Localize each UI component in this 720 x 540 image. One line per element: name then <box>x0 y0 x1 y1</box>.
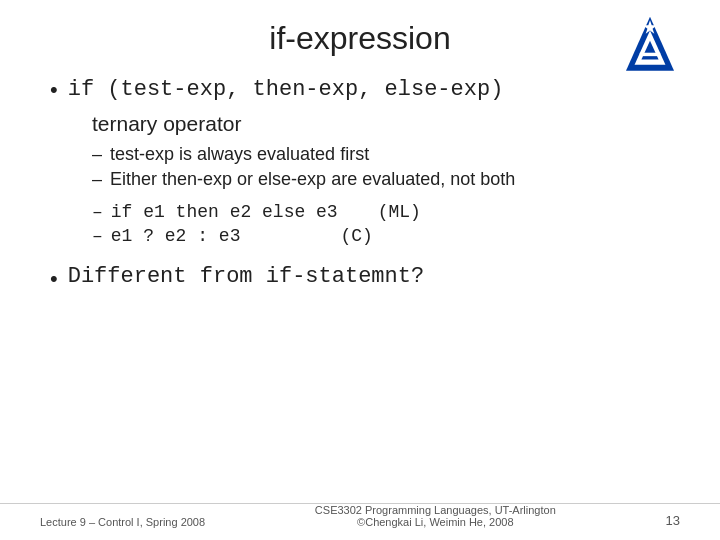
logo <box>620 15 680 75</box>
slide-title: if-expression <box>269 20 450 57</box>
footer: Lecture 9 – Control I, Spring 2008 CSE33… <box>0 503 720 528</box>
bullet1: • if (test-exp, then-exp, else-exp) <box>50 75 680 106</box>
bullet1-code-text: if (test-exp, then-exp, else-exp) <box>68 77 504 102</box>
sub-bullet-1: – test-exp is always evaluated first <box>92 144 680 165</box>
footer-left: Lecture 9 – Control I, Spring 2008 <box>40 516 205 528</box>
code-e1-text: e1 ? e2 : e3 <box>111 226 241 246</box>
footer-copyright: ©Chengkai Li, Weimin He, 2008 <box>315 516 556 528</box>
ternary-text: ternary operator <box>92 112 241 135</box>
logo-svg <box>620 15 680 75</box>
bullet1-code: if (test-exp, then-exp, else-exp) <box>68 75 504 106</box>
footer-center: CSE3302 Programming Languages, UT-Arling… <box>315 504 556 528</box>
dash-1: – <box>92 144 102 165</box>
logo-crossbar <box>640 53 661 56</box>
bullet-dot-2: • <box>50 266 58 292</box>
sub-text-2: Either then-exp or else-exp are evaluate… <box>110 169 515 190</box>
code-line-2: – e1 ? e2 : e3 (C) <box>92 226 680 246</box>
code-line-1: – if e1 then e2 else e3 (ML) <box>92 202 680 222</box>
code-dash-2: – <box>92 226 103 246</box>
ternary-label: ternary operator <box>92 112 680 136</box>
sub-text-1: test-exp is always evaluated first <box>110 144 369 165</box>
code-if-text: if e1 then e2 else e3 <box>111 202 338 222</box>
sub-bullet-2: – Either then-exp or else-exp are evalua… <box>92 169 680 190</box>
bullet2-code: Different from if-statemnt? <box>68 264 424 289</box>
bullet-dot-1: • <box>50 77 58 103</box>
dash-2: – <box>92 169 102 190</box>
sub-bullets: – test-exp is always evaluated first – E… <box>92 144 680 190</box>
slide: if-expression • if (test-exp, then-exp, … <box>0 0 720 540</box>
footer-course: CSE3302 Programming Languages, UT-Arling… <box>315 504 556 516</box>
main-content: • if (test-exp, then-exp, else-exp) tern… <box>40 75 680 292</box>
code-bullets: – if e1 then e2 else e3 (ML) – e1 ? e2 :… <box>92 202 680 246</box>
header: if-expression <box>40 20 680 57</box>
ml-label: (ML) <box>378 202 421 222</box>
footer-lecture: Lecture 9 – Control I, Spring 2008 <box>40 516 205 528</box>
bullet2: • Different from if-statemnt? <box>50 264 680 292</box>
code-dash-1: – <box>92 202 103 222</box>
c-label: (C) <box>340 226 372 246</box>
footer-page: 13 <box>666 513 680 528</box>
